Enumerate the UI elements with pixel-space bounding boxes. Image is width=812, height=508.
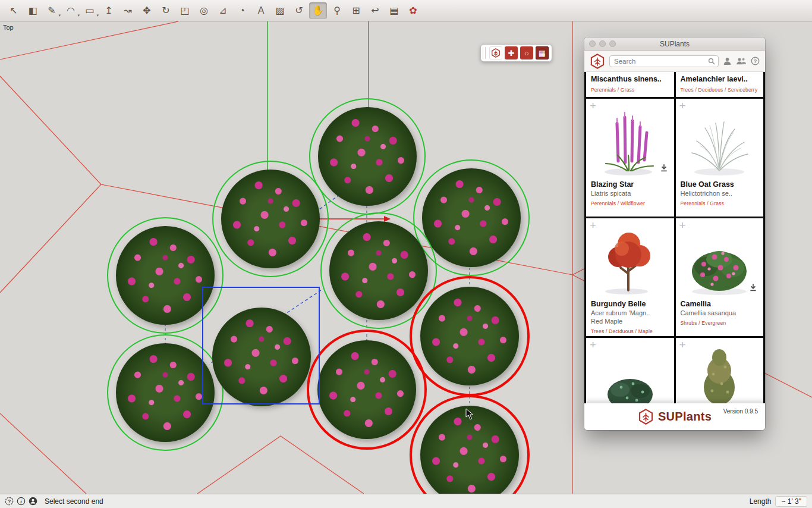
pan-tool[interactable]: ✋: [309, 2, 327, 19]
rectangle-tool[interactable]: ▭▾: [81, 2, 99, 19]
plant-card[interactable]: +: [586, 338, 674, 403]
offset-tool[interactable]: ◎: [195, 2, 213, 19]
svg-text:?: ?: [8, 498, 11, 504]
rose-bush-image: [329, 221, 428, 320]
zoom-tool[interactable]: ⚲: [328, 2, 346, 19]
plant-image: [591, 102, 669, 177]
window-close-button[interactable]: [589, 40, 596, 47]
plant-latin-name: Acer rubrum 'Magn..: [591, 309, 669, 316]
length-input[interactable]: ~ 1' 3": [775, 496, 807, 507]
svg-text:?: ?: [754, 58, 757, 64]
download-icon[interactable]: [660, 164, 668, 174]
plant-card[interactable]: Miscanthus sinens.. Perennials / Grass: [586, 72, 674, 97]
dropdown-caret-icon[interactable]: ▾: [96, 13, 99, 18]
suplants-library-button[interactable]: [489, 46, 502, 59]
dropdown-caret-icon[interactable]: ▾: [58, 13, 61, 18]
arc-tool[interactable]: ◠▾: [62, 2, 80, 19]
download-icon[interactable]: [749, 283, 757, 294]
rose-bush-image: [318, 107, 417, 206]
add-plant-button[interactable]: +: [590, 219, 596, 231]
svg-text:i: i: [20, 498, 22, 504]
suplants-logo-icon: [590, 54, 605, 69]
rose-bush-image: [116, 343, 215, 442]
scale-tool[interactable]: ◰: [176, 2, 194, 19]
add-plant-button[interactable]: +: [679, 100, 686, 111]
plant-image: [591, 221, 669, 296]
add-plant-button[interactable]: +: [679, 219, 686, 231]
plant-card[interactable]: +: [676, 338, 764, 403]
plant-card[interactable]: + Burgundy Belle Acer rubrum 'Magn.. Red…: [586, 218, 674, 336]
text-tool[interactable]: A: [252, 2, 270, 19]
search-input[interactable]: [613, 57, 708, 65]
search-icon: [708, 58, 715, 65]
dropdown-caret-icon[interactable]: ▾: [77, 13, 80, 18]
suplants-logo-icon: [638, 409, 654, 425]
suplants-panel: SUPlants ? Miscanthus sinens.. Perennial: [584, 37, 765, 430]
account-icon[interactable]: [723, 57, 732, 65]
plant-latin-name: Camellia sasanqua: [681, 309, 759, 316]
plant-tags: Trees / Deciduous / Serviceberry: [681, 87, 759, 93]
tape-measure-tool[interactable]: ⊿: [214, 2, 232, 19]
pushpull-tool[interactable]: ↥: [100, 2, 118, 19]
line-tool[interactable]: ✎▾: [43, 2, 61, 19]
suplants-tool[interactable]: ✿: [404, 2, 422, 19]
add-plant-button[interactable]: +: [590, 100, 596, 111]
plant-card[interactable]: Amelanchier laevi.. Trees / Deciduous / …: [676, 72, 764, 97]
search-box[interactable]: [609, 55, 719, 67]
plant-tags: Perennials / Grass: [681, 200, 759, 206]
previous-view-tool[interactable]: ↩: [366, 2, 384, 19]
plant-image: [681, 102, 759, 177]
plant-tags: Shrubs / Evergreen: [681, 320, 759, 326]
user-status-icon[interactable]: [29, 497, 37, 506]
views-tool[interactable]: ▤: [385, 2, 403, 19]
plant-card[interactable]: +: [676, 218, 764, 336]
eraser-tool[interactable]: ◧: [24, 2, 42, 19]
paint-bucket-tool[interactable]: ▨: [271, 2, 289, 19]
community-icon[interactable]: [736, 57, 747, 65]
plant-grid-button[interactable]: ▦: [536, 46, 549, 59]
drag-handle[interactable]: [483, 47, 486, 59]
help-icon[interactable]: ?: [751, 57, 760, 65]
rotate-tool[interactable]: ↻: [157, 2, 175, 19]
rose-bush-image: [420, 287, 519, 385]
suplants-floating-toolbar: ✚ ○ ▦: [480, 44, 552, 62]
select-tool[interactable]: ↖: [5, 2, 23, 19]
suplants-logo-icon: [491, 48, 501, 58]
plant-card-grid: Miscanthus sinens.. Perennials / Grass A…: [584, 72, 765, 403]
plant-place-button[interactable]: ✚: [505, 46, 518, 59]
plant-common-name: Red Maple: [591, 318, 669, 325]
plant-tags: Perennials / Wildflower: [591, 200, 669, 206]
info-status-icon[interactable]: i: [17, 497, 26, 506]
plant-image: [591, 341, 669, 403]
version-label: Version 0.9.5: [723, 408, 758, 415]
plant-name: Blue Oat Grass: [681, 180, 759, 189]
plant-image: [681, 221, 759, 296]
rose-bush-image: [422, 168, 521, 267]
rose-bush-image: [221, 170, 320, 268]
plant-circle-button[interactable]: ○: [520, 46, 533, 59]
plant-name: Burgundy Belle: [591, 300, 669, 308]
main-toolbar: ↖◧✎▾◠▾▭▾↥↝✥↻◰◎⊿◔A▨↺✋⚲⊞↩▤✿: [0, 0, 812, 21]
zoom-extents-tool[interactable]: ⊞: [347, 2, 365, 19]
panel-footer: SUPlants Version 0.9.5: [584, 403, 765, 430]
move-tool[interactable]: ✥: [138, 2, 156, 19]
rose-bush-image: [317, 340, 416, 439]
protractor-tool[interactable]: ◔: [233, 2, 251, 19]
window-zoom-button[interactable]: [609, 40, 616, 47]
orbit-tool[interactable]: ↺: [290, 2, 308, 19]
status-message: Select second end: [45, 497, 103, 506]
add-plant-button[interactable]: +: [590, 339, 596, 350]
plant-name: Miscanthus sinens..: [591, 75, 669, 83]
selection-box[interactable]: [202, 287, 320, 404]
plant-tags: Trees / Deciduous / Maple: [591, 328, 669, 334]
add-plant-button[interactable]: +: [679, 339, 686, 350]
panel-titlebar[interactable]: SUPlants: [584, 37, 765, 51]
plant-card[interactable]: + Blue Oat Grass Helict: [676, 99, 764, 217]
plant-name: Camellia: [681, 300, 759, 308]
panel-header: ?: [584, 51, 765, 72]
view-label: Top: [3, 24, 14, 31]
plant-card[interactable]: +: [586, 99, 674, 217]
help-status-icon[interactable]: ?: [5, 497, 14, 506]
window-minimize-button[interactable]: [599, 40, 606, 47]
followme-tool[interactable]: ↝: [119, 2, 137, 19]
